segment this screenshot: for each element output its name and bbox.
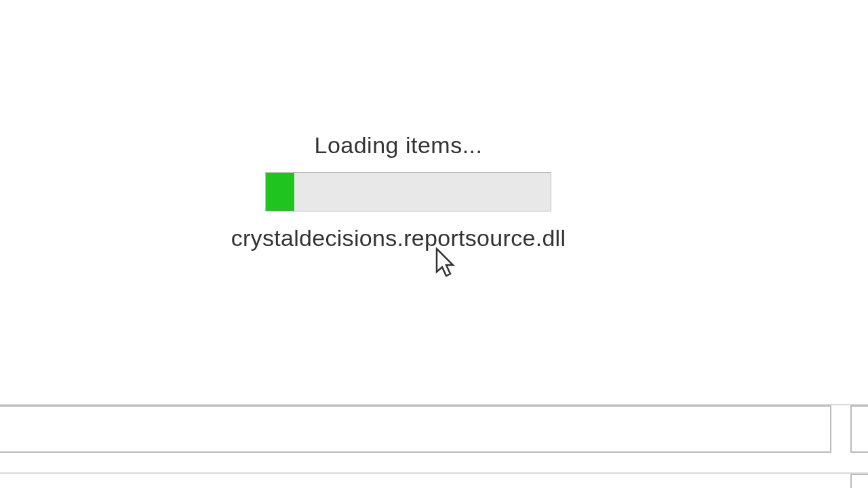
text-input[interactable] <box>0 405 831 453</box>
button[interactable] <box>850 474 868 488</box>
button[interactable] <box>850 405 868 453</box>
progress-fill <box>266 173 294 211</box>
progress-bar <box>265 172 551 211</box>
loading-title: Loading items... <box>314 132 482 159</box>
cursor-icon <box>434 247 458 283</box>
loading-panel: Loading items... crystaldecisions.report… <box>237 132 559 251</box>
divider <box>0 472 868 474</box>
current-file-label: crystaldecisions.reportsource.dll <box>231 225 566 251</box>
